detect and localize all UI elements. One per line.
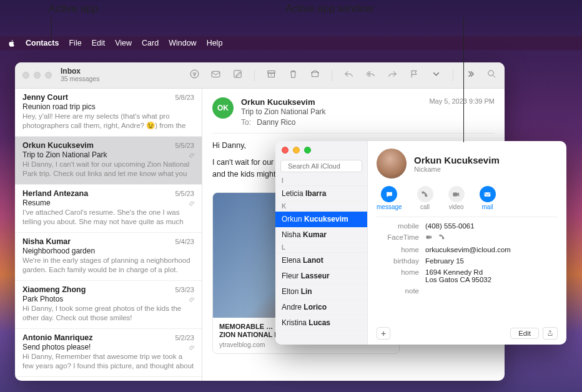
contact-nickname: Nickame bbox=[414, 165, 500, 173]
menu-window[interactable]: Window bbox=[169, 39, 196, 47]
callout-active-window: Active app window bbox=[285, 2, 373, 15]
list-item[interactable]: Leticia Ibarra bbox=[275, 186, 367, 202]
reply-icon[interactable] bbox=[343, 69, 354, 82]
message-list[interactable]: Jenny Court5/8/23 Reunion road trip pics… bbox=[15, 89, 202, 381]
search-icon[interactable] bbox=[486, 69, 497, 82]
compose-icon[interactable] bbox=[232, 69, 243, 82]
mail-titlebar: Inbox 35 messages bbox=[15, 62, 505, 89]
list-item[interactable]: Antonio Manriquez5/2/23 Send photos plea… bbox=[15, 329, 202, 377]
body-line1: I can't wait for our bbox=[212, 158, 274, 167]
menu-view[interactable]: View bbox=[115, 39, 132, 47]
contact-detail-pane: Orkun Kucuksevim Nickame message call vi… bbox=[368, 141, 566, 345]
message-subject: Trip to Zion National Park bbox=[241, 107, 422, 116]
menu-edit[interactable]: Edit bbox=[92, 39, 106, 47]
list-item[interactable]: Orkun Kucuksevim bbox=[275, 212, 367, 227]
home-addr-value: 1694 Kennedy Rd Los Gatos CA 95032 bbox=[425, 268, 558, 283]
facetime-label: FaceTime bbox=[377, 233, 419, 242]
toolbar-separator bbox=[332, 70, 332, 81]
traffic-close[interactable] bbox=[22, 72, 29, 79]
list-item[interactable]: Fleur Lasseur bbox=[275, 268, 367, 284]
traffic-minimize[interactable] bbox=[293, 147, 300, 154]
home-email-label: home bbox=[377, 246, 419, 253]
contacts-search-input[interactable] bbox=[288, 162, 374, 170]
add-button[interactable]: + bbox=[377, 327, 390, 340]
svg-rect-10 bbox=[427, 236, 430, 239]
contacts-window: ILeticia IbarraKOrkun KucuksevimNisha Ku… bbox=[275, 141, 566, 345]
traffic-zoom[interactable] bbox=[45, 72, 52, 79]
video-icon bbox=[425, 233, 433, 241]
traffic-minimize[interactable] bbox=[34, 72, 41, 79]
contact-fields: mobile (408) 555-0061 FaceTime home orku… bbox=[377, 222, 558, 295]
contacts-search[interactable] bbox=[280, 160, 362, 172]
list-item[interactable]: Herland Antezana5/5/23 Resume I've attac… bbox=[15, 185, 202, 233]
traffic-zoom[interactable] bbox=[304, 147, 311, 154]
archive-icon[interactable] bbox=[266, 69, 277, 82]
mobile-label: mobile bbox=[377, 222, 419, 230]
list-item[interactable]: Xiaomeng Zhong5/3/23 Park Photos Hi Dann… bbox=[15, 281, 202, 329]
mobile-value: (408) 555-0061 bbox=[425, 222, 558, 230]
contact-header: Orkun Kucuksevim Nickame bbox=[377, 149, 558, 179]
list-item[interactable]: Nisha Kumar bbox=[275, 227, 367, 243]
contacts-list[interactable]: ILeticia IbarraKOrkun KucuksevimNisha Ku… bbox=[275, 176, 367, 345]
birthday-label: birthday bbox=[377, 257, 419, 265]
list-item[interactable]: Darla Davidson4/29/23 The best vacation … bbox=[15, 377, 202, 381]
menubar: Contacts File Edit View Card Window Help bbox=[0, 36, 582, 50]
action-mail[interactable]: mail bbox=[480, 186, 496, 210]
svg-point-6 bbox=[488, 71, 494, 76]
list-item[interactable]: Jenny Court5/8/23 Reunion road trip pics… bbox=[15, 89, 202, 137]
sender-avatar: OK bbox=[212, 97, 234, 119]
envelope-icon[interactable] bbox=[210, 69, 221, 82]
callout-layer: Active app Active app window bbox=[0, 0, 582, 36]
flag-icon[interactable] bbox=[409, 69, 420, 82]
menu-contacts[interactable]: Contacts bbox=[26, 39, 59, 47]
mail-traffic-lights bbox=[22, 72, 52, 79]
trash-icon[interactable] bbox=[288, 69, 298, 82]
list-item[interactable]: Elena Lanot bbox=[275, 253, 367, 268]
list-item[interactable]: Nisha Kumar5/4/23 Neighborhood garden We… bbox=[15, 233, 202, 281]
note-label: note bbox=[377, 287, 419, 295]
menu-file[interactable]: File bbox=[69, 39, 81, 47]
action-call[interactable]: call bbox=[417, 186, 433, 210]
traffic-close[interactable] bbox=[282, 147, 289, 154]
paperclip-icon bbox=[189, 200, 195, 208]
paperclip-icon bbox=[189, 296, 195, 304]
list-item[interactable]: Orkun Kucuksevim5/5/23 Trip to Zion Nati… bbox=[15, 137, 202, 185]
list-item[interactable]: Andre Lorico bbox=[275, 300, 367, 315]
filter-icon[interactable] bbox=[189, 69, 200, 82]
paperclip-icon bbox=[189, 152, 195, 160]
list-item[interactable]: Kristina Lucas bbox=[275, 315, 367, 331]
menu-help[interactable]: Help bbox=[207, 39, 223, 47]
toolbar-separator bbox=[254, 70, 255, 81]
overflow-icon[interactable] bbox=[465, 69, 475, 82]
action-message[interactable]: message bbox=[377, 186, 402, 210]
menu-card[interactable]: Card bbox=[142, 39, 159, 47]
apple-icon[interactable] bbox=[7, 39, 16, 47]
section-header: I bbox=[275, 176, 367, 186]
to-value: Danny Rico bbox=[257, 118, 295, 127]
note-value bbox=[425, 287, 558, 295]
list-item[interactable]: Elton Lin bbox=[275, 284, 367, 300]
paperclip-icon bbox=[189, 345, 195, 352]
message-header: OK Orkun Kucuksevim Trip to Zion Nationa… bbox=[212, 97, 495, 127]
contact-name: Orkun Kucuksevim bbox=[414, 155, 500, 165]
callout-active-app: Active app bbox=[49, 2, 98, 15]
to-label: To: bbox=[241, 118, 251, 127]
junk-icon[interactable] bbox=[310, 69, 320, 82]
message-date: May 5, 2023 9:39 PM bbox=[429, 97, 495, 105]
forward-icon[interactable] bbox=[387, 69, 398, 82]
contacts-sidebar: ILeticia IbarraKOrkun KucuksevimNisha Ku… bbox=[275, 141, 368, 345]
share-button[interactable] bbox=[543, 327, 558, 340]
reply-all-icon[interactable] bbox=[365, 69, 376, 82]
edit-button[interactable]: Edit bbox=[510, 328, 539, 339]
toolbar-separator bbox=[453, 70, 453, 81]
home-addr-label: home bbox=[377, 268, 419, 283]
svg-rect-3 bbox=[268, 71, 275, 74]
home-email-value: orkucuksevim@icloud.com bbox=[425, 246, 558, 253]
contacts-traffic-lights bbox=[275, 141, 367, 157]
action-video[interactable]: video bbox=[448, 186, 465, 210]
phone-icon bbox=[438, 233, 446, 241]
svg-rect-9 bbox=[485, 192, 491, 197]
facetime-value[interactable] bbox=[425, 233, 558, 242]
svg-point-0 bbox=[190, 70, 199, 78]
flag-dropdown-icon[interactable] bbox=[431, 69, 441, 82]
